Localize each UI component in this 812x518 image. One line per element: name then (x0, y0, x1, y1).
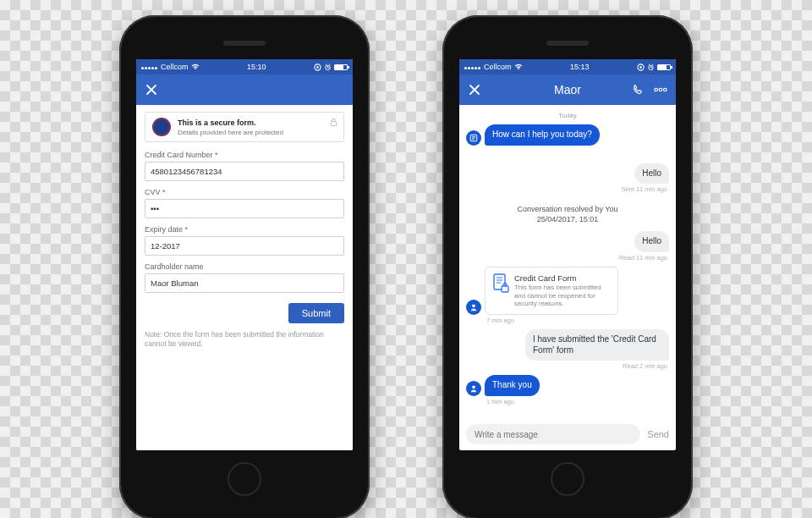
message-composer: Send (459, 423, 676, 450)
wifi-icon (191, 63, 200, 70)
message-row-agent: How can I help you today? (466, 124, 669, 146)
phone-speaker (546, 41, 589, 46)
svg-point-7 (664, 88, 667, 91)
agent-avatar-icon (466, 130, 481, 146)
cc-number-input[interactable] (145, 162, 344, 181)
phone-mockup-chat: Cellcom 15:13 Maor (442, 15, 693, 518)
message-meta: Sent 11 min ago (466, 185, 669, 193)
cvv-input[interactable] (145, 199, 344, 218)
agent-avatar-icon (466, 381, 481, 396)
secure-subtitle: Details provided here are protected (178, 129, 283, 136)
message-meta: 1 min ago (466, 398, 669, 405)
cardholder-input[interactable] (145, 273, 344, 293)
svg-point-5 (655, 88, 658, 91)
secure-title: This is a secure form. (178, 118, 256, 127)
message-row-user: I have submitted the 'Credit Card Form' … (466, 329, 669, 361)
battery-icon (334, 64, 348, 70)
document-lock-icon (492, 273, 509, 294)
message-input-wrap[interactable] (466, 424, 640, 444)
home-button[interactable] (551, 462, 584, 496)
phone-mockup-form: Cellcom 15:10 This (119, 15, 370, 518)
message-row-agent: Credit Card Form This form has been subm… (466, 267, 669, 315)
form-note: Note: Once the form has been submitted t… (145, 330, 344, 349)
status-bar: Cellcom 15:10 (136, 59, 353, 74)
day-label: Today (466, 112, 669, 119)
home-button[interactable] (228, 462, 261, 496)
message-row-user: Hello (466, 163, 669, 185)
status-bar: Cellcom 15:13 (459, 59, 676, 74)
message-bubble[interactable]: Hello (634, 163, 669, 185)
send-button[interactable]: Send (647, 429, 669, 439)
svg-point-12 (472, 385, 475, 388)
form-card-subtitle: This form has been submitted and cannot … (514, 284, 611, 308)
wifi-icon (514, 63, 523, 70)
call-icon[interactable] (630, 83, 644, 96)
submit-button[interactable]: Submit (288, 303, 344, 323)
form-card[interactable]: Credit Card Form This form has been subm… (485, 267, 618, 315)
svg-rect-2 (331, 122, 336, 126)
conversation-resolved-notice: Conversation resolved by You 25/04/2017,… (466, 205, 669, 224)
signal-dots-icon (141, 63, 158, 71)
status-time: 15:10 (247, 63, 266, 71)
message-meta: Read 11 min ago (466, 254, 669, 262)
cc-number-label: Credit Card Number * (145, 151, 344, 159)
signal-dots-icon (464, 63, 481, 71)
message-row-agent: Thank you (466, 375, 669, 396)
expiry-label: Expiry date * (145, 225, 344, 234)
cvv-label: CVV * (145, 188, 344, 196)
message-bubble[interactable]: Thank you (485, 375, 540, 396)
secure-form-banner: This is a secure form. Details provided … (145, 112, 344, 142)
more-icon[interactable] (654, 83, 667, 96)
phone-speaker (223, 41, 266, 46)
message-row-user: Hello (466, 231, 669, 252)
battery-icon (657, 64, 671, 70)
message-bubble[interactable]: Hello (634, 231, 669, 252)
alarm-icon (647, 63, 655, 71)
agent-avatar-icon (466, 300, 481, 315)
status-time: 15:13 (570, 63, 590, 71)
message-meta: 7 min ago (466, 317, 669, 324)
message-bubble[interactable]: How can I help you today? (485, 124, 600, 146)
orientation-lock-icon (314, 63, 321, 71)
svg-point-6 (659, 88, 662, 91)
message-bubble[interactable]: I have submitted the 'Credit Card Form' … (525, 329, 669, 361)
screen-form: Cellcom 15:10 This (136, 59, 353, 450)
expiry-input[interactable] (145, 236, 344, 256)
cardholder-label: Cardholder name (145, 262, 344, 271)
message-meta: Read 2 min ago (466, 362, 669, 370)
svg-rect-11 (502, 286, 508, 292)
chat-body: Today How can I help you today? Hello Se… (459, 105, 676, 423)
alarm-icon (324, 63, 332, 71)
status-carrier: Cellcom (161, 63, 189, 71)
secure-seal-icon (152, 118, 171, 136)
screen-chat: Cellcom 15:13 Maor (459, 59, 676, 450)
form-body: This is a secure form. Details provided … (136, 105, 353, 450)
app-header: Maor (459, 74, 676, 105)
lock-icon (329, 118, 338, 129)
close-icon[interactable] (145, 83, 158, 96)
message-input[interactable] (475, 430, 632, 439)
svg-point-9 (472, 305, 475, 308)
orientation-lock-icon (637, 63, 645, 71)
form-card-title: Credit Card Form (514, 273, 611, 283)
status-carrier: Cellcom (484, 63, 512, 71)
app-header (136, 74, 353, 105)
